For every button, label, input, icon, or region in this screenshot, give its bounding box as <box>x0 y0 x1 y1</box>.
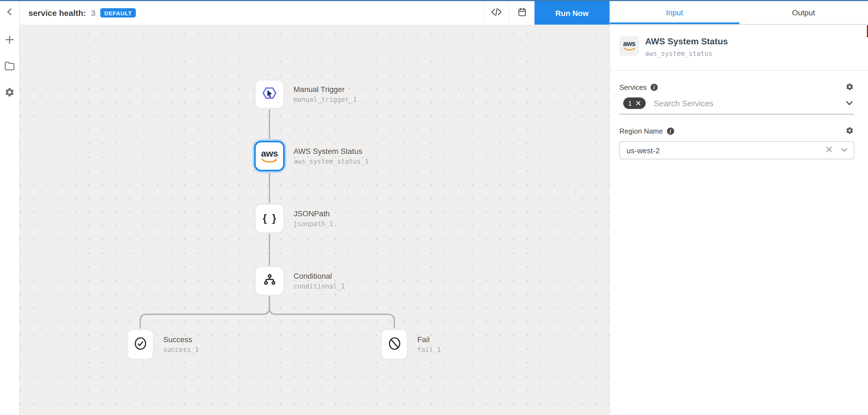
services-label-row: Services i <box>619 83 854 92</box>
panel-header-text: AWS System Status aws_system_status <box>645 36 728 58</box>
gear-icon <box>4 87 15 99</box>
branch-icon <box>262 273 277 289</box>
aws-logo: aws <box>623 40 636 52</box>
panel-title: AWS System Status <box>645 37 728 46</box>
node-jsonpath: { } JSONPath jsonpath_1 <box>254 203 333 234</box>
panel-header: aws AWS System Status aws_system_status <box>610 25 868 71</box>
tab-output[interactable]: Output <box>739 1 868 24</box>
info-icon[interactable]: i <box>667 128 674 135</box>
scrollbar-thumb[interactable] <box>867 25 868 37</box>
chip-remove-icon <box>636 99 641 107</box>
calendar-icon <box>517 7 527 19</box>
curly-braces-icon: { } <box>261 213 278 224</box>
node-conditional-box[interactable] <box>254 265 285 296</box>
region-field: Region Name i <box>619 126 854 159</box>
aws-app-icon: aws <box>619 36 639 56</box>
header-actions: Run Now <box>483 1 610 25</box>
back-button[interactable] <box>0 1 19 24</box>
check-circle-icon <box>133 336 148 353</box>
info-icon[interactable]: i <box>651 84 658 91</box>
services-field: Services i 1 <box>619 83 854 115</box>
config-panel: Input Output aws AWS System Status aws_s… <box>610 1 868 415</box>
node-fail-box[interactable] <box>380 328 408 360</box>
hexagon-cursor-icon <box>261 85 278 103</box>
node-conditional: Conditional conditional_1 <box>254 265 345 296</box>
services-settings-button[interactable] <box>845 83 854 92</box>
node-manual-trigger-box[interactable] <box>254 79 285 109</box>
left-sidebar <box>0 1 20 415</box>
services-multiselect[interactable]: 1 <box>619 97 854 115</box>
code-view-button[interactable] <box>483 1 509 25</box>
node-aws-labels: AWS System Status aws_system_status_1 <box>293 147 369 165</box>
services-label: Services <box>619 83 647 91</box>
header-bar: service health: 3 DEFAULT Run Now <box>20 1 610 25</box>
run-now-button[interactable]: Run Now <box>534 1 610 25</box>
region-combo-actions <box>826 146 848 154</box>
chevron-down-icon[interactable] <box>845 98 853 108</box>
node-title: Fail <box>417 335 441 344</box>
clear-x-icon <box>826 146 832 154</box>
region-label: Region Name <box>619 127 663 135</box>
tab-input[interactable]: Input <box>610 1 739 24</box>
gear-icon <box>845 126 854 136</box>
folders-button[interactable] <box>3 60 16 73</box>
panel-fields: Services i 1 <box>610 83 868 159</box>
node-success-box[interactable] <box>126 328 154 360</box>
region-clear-button[interactable] <box>826 146 832 154</box>
node-aws-system-status: aws AWS System Status aws_system_status_… <box>254 141 369 171</box>
ban-circle-icon <box>387 336 402 353</box>
region-settings-button[interactable] <box>845 126 854 136</box>
node-id: fail_1 <box>417 346 441 354</box>
version-badge: DEFAULT <box>100 8 136 18</box>
node-id: jsonpath_1 <box>293 220 333 228</box>
node-jsonpath-labels: JSONPath jsonpath_1 <box>293 209 333 228</box>
node-id: success_1 <box>163 346 199 354</box>
add-node-button[interactable] <box>3 34 16 47</box>
node-id: manual_trigger_1 <box>293 96 357 103</box>
panel-subtitle: aws_system_status <box>645 50 728 58</box>
node-success: Success success_1 <box>126 328 199 360</box>
folder-icon <box>4 61 15 73</box>
workflow-canvas[interactable]: Manual Trigger manual_trigger_1 aws AWS … <box>20 25 610 415</box>
gear-icon <box>845 83 854 92</box>
node-title: Manual Trigger <box>293 85 357 94</box>
chevron-down-icon <box>841 146 848 154</box>
node-title: Success <box>163 335 199 344</box>
node-id: conditional_1 <box>293 283 345 290</box>
settings-button[interactable] <box>3 87 16 100</box>
node-fail-labels: Fail fail_1 <box>417 335 441 354</box>
node-title: AWS System Status <box>293 147 369 156</box>
code-icon <box>490 8 502 18</box>
plus-icon <box>4 34 15 46</box>
aws-logo: aws <box>261 149 278 163</box>
node-title: JSONPath <box>293 209 333 218</box>
node-conditional-labels: Conditional conditional_1 <box>293 272 345 290</box>
workflow-run-count: 3 <box>91 8 96 18</box>
node-success-labels: Success success_1 <box>163 335 199 354</box>
workflow-title-area: service health: 3 DEFAULT <box>20 1 136 25</box>
workflow-title: service health: <box>29 8 86 18</box>
node-jsonpath-box[interactable]: { } <box>254 203 285 234</box>
top-accent-bar <box>0 0 868 1</box>
schedule-button[interactable] <box>509 1 534 25</box>
services-search-input[interactable] <box>654 99 845 108</box>
node-manual-trigger-labels: Manual Trigger manual_trigger_1 <box>293 85 357 103</box>
region-dropdown-button[interactable] <box>841 146 848 154</box>
node-id: aws_system_status_1 <box>293 158 369 165</box>
region-combobox[interactable] <box>619 141 854 159</box>
node-manual-trigger: Manual Trigger manual_trigger_1 <box>254 79 357 109</box>
chip-count: 1 <box>628 99 632 107</box>
node-fail: Fail fail_1 <box>380 328 441 360</box>
chip-remove-button[interactable] <box>636 99 641 107</box>
chevron-left-icon <box>5 7 14 18</box>
node-aws-system-status-box[interactable]: aws <box>254 141 285 171</box>
region-label-row: Region Name i <box>619 126 854 136</box>
selected-services-chip: 1 <box>623 97 645 109</box>
workflow-editor: service health: 3 DEFAULT Run Now <box>0 0 868 415</box>
region-input[interactable] <box>626 146 826 155</box>
node-title: Conditional <box>293 272 345 280</box>
panel-tabs: Input Output <box>610 1 868 25</box>
